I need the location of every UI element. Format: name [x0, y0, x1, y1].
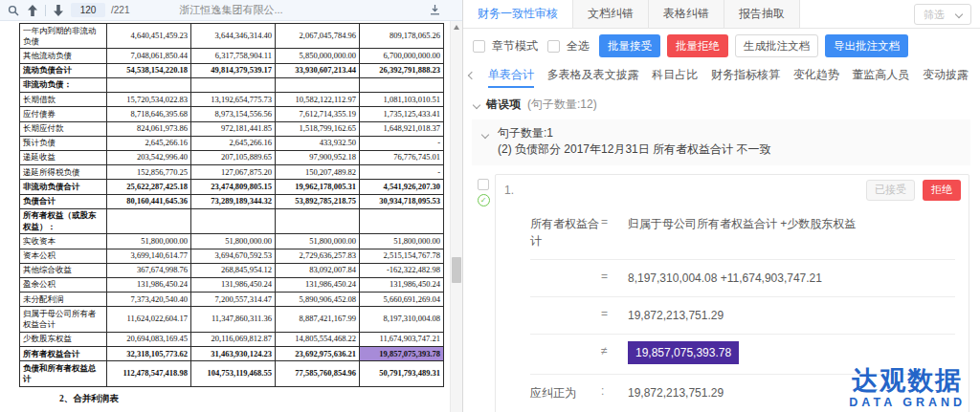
- subtab-5[interactable]: 董监高人员: [852, 62, 909, 88]
- value-cell: 1,081,103,010.51: [360, 93, 444, 107]
- value-cell: 51,800,000.00: [276, 234, 360, 249]
- error-group-expanded[interactable]: 句子数量:1 (2) 负债部分 2017年12月31日 所有者权益合计 不一致: [472, 119, 970, 165]
- document-page: 一年内到期的非流动负债4,640,451,459.233,644,346,314…: [0, 21, 462, 412]
- value-cell: 2,067,045,784.96: [276, 24, 360, 49]
- batch-accept-button[interactable]: 批量接受: [599, 34, 660, 57]
- row-label: 长期借款: [20, 93, 107, 107]
- row-label: 长期应付款: [20, 121, 107, 136]
- reject-button[interactable]: 拒绝: [923, 180, 961, 201]
- batch-reject-button[interactable]: 批量拒绝: [667, 34, 728, 57]
- subtabs-scroll-left-icon[interactable]: [468, 71, 476, 78]
- error-item-checkbox[interactable]: [478, 179, 489, 190]
- equation-operator: =: [601, 270, 628, 283]
- value-cell: 131,986,450.24: [276, 277, 360, 292]
- value-cell: [191, 77, 276, 92]
- value-cell: 4,541,926,207.30: [360, 180, 444, 194]
- highlighted-cell[interactable]: 19,857,075,393.78: [360, 347, 444, 361]
- error-item-side: ✓: [472, 174, 495, 412]
- row-label: 所有者权益（或股东权益）：: [20, 208, 107, 233]
- correction-row: 应纠正为 : 19,872,213,751.29: [530, 375, 955, 411]
- value-cell: 7,373,420,540.40: [107, 293, 191, 307]
- correction-value: 19,872,213,751.29: [628, 384, 955, 401]
- equation-value: 归属于母公司所有者权益合计 +少数股东权益: [628, 215, 955, 232]
- value-cell: 8,887,421,167.99: [276, 307, 360, 332]
- value-cell: 112,478,547,418.98: [107, 361, 191, 386]
- download-icon[interactable]: [428, 4, 441, 17]
- value-cell: 11,674,903,747.21: [360, 332, 444, 346]
- equation-row: =8,197,310,004.08 +11,674,903,747.21: [530, 260, 955, 297]
- error-section-header[interactable]: 错误项 (句子数量:12): [472, 93, 970, 118]
- value-cell: 51,800,000.00: [107, 234, 191, 249]
- value-cell: 3,694,670,592.53: [191, 249, 276, 263]
- scrollbar-thumb[interactable]: [452, 257, 461, 283]
- correction-label: 应纠正为: [530, 384, 601, 401]
- value-cell: 51,800,000.00: [191, 234, 276, 249]
- value-cell: 150,207,489.82: [276, 165, 360, 180]
- table-row: 负债合计80,160,441,645.3673,289,189,344.3253…: [20, 194, 444, 208]
- table-row: 应付债券8,718,646,395.688,973,154,556.567,61…: [20, 107, 444, 121]
- tab-finance-consistency[interactable]: 财务一致性审核: [463, 0, 573, 28]
- value-cell: 203,542,996.40: [107, 150, 191, 164]
- value-cell: 809,178,065.26: [360, 24, 444, 49]
- next-page-arrow-down-icon[interactable]: [52, 4, 65, 17]
- accepted-button[interactable]: 已接受: [866, 180, 915, 201]
- equation-operator: ≠: [601, 344, 628, 358]
- scrollbar-up-icon[interactable]: [451, 21, 462, 33]
- chapter-mode-checkbox[interactable]: [473, 40, 485, 53]
- row-label: 负债和所有者权益总计: [20, 361, 107, 386]
- select-all-checkbox[interactable]: [547, 40, 560, 53]
- value-cell: 131,986,450.24: [360, 277, 444, 292]
- tab-table-correction[interactable]: 表格纠错: [649, 0, 724, 28]
- subtab-6[interactable]: 变动披露: [923, 62, 969, 88]
- tab-report-extraction[interactable]: 报告抽取: [724, 0, 800, 28]
- subtab-3[interactable]: 财务指标核算: [711, 62, 780, 88]
- export-annotated-doc-button[interactable]: 导出批注文档: [825, 34, 908, 57]
- subtab-4[interactable]: 变化趋势: [793, 62, 839, 88]
- value-cell: 97,900,952.18: [276, 150, 360, 164]
- document-title: 浙江恒逸集团有限公...: [179, 3, 282, 17]
- value-cell: [276, 77, 360, 92]
- correction-colon: :: [601, 384, 628, 398]
- row-label: 应付债券: [20, 107, 107, 121]
- subtab-2[interactable]: 科目占比: [652, 62, 698, 88]
- row-label: 预计负债: [20, 136, 107, 150]
- row-label: 未分配利润: [20, 293, 107, 307]
- value-cell: 32,318,105,773.62: [107, 347, 191, 361]
- value-cell: 7,612,714,355.19: [276, 107, 360, 121]
- equation-value: 8,197,310,004.08 +11,674,903,747.21: [628, 270, 955, 287]
- value-cell: 5,660,691,269.04: [360, 293, 444, 307]
- row-label: 所有者权益合计: [20, 347, 107, 361]
- value-cell: -162,322,482.98: [360, 263, 444, 277]
- page-total-label: /221: [111, 5, 129, 15]
- table-row: 盈余公积131,986,450.24131,986,450.24131,986,…: [20, 277, 444, 292]
- subtab-0[interactable]: 单表合计: [488, 62, 534, 88]
- value-cell: 1,735,125,433.41: [360, 107, 444, 121]
- table-row: 所有者权益合计32,318,105,773.6231,463,930,124.2…: [20, 347, 444, 361]
- accepted-check-icon: ✓: [478, 194, 490, 206]
- value-cell: 54,538,154,220.18: [107, 63, 191, 77]
- equation-row: =19,872,213,751.29: [530, 297, 955, 335]
- value-cell: 4,640,451,459.23: [107, 24, 191, 49]
- value-cell: 83,092,007.84: [276, 263, 360, 277]
- page-number-input[interactable]: [71, 3, 105, 17]
- prev-page-arrow-up-icon[interactable]: [26, 4, 39, 17]
- value-cell: 33,930,607,213.44: [276, 63, 360, 77]
- value-cell: 104,753,119,468.55: [191, 361, 276, 386]
- equation-row: ≠19,857,075,393.78: [530, 335, 955, 375]
- value-cell: 23,692,975,636.21: [276, 347, 360, 361]
- value-cell: 13,192,654,775.73: [191, 93, 276, 107]
- value-cell: 433,932.50: [276, 136, 360, 150]
- value-cell: 8,718,646,395.68: [107, 107, 191, 121]
- row-label: 递延所得税负债: [20, 165, 107, 180]
- document-scrollbar[interactable]: [450, 21, 462, 412]
- value-cell: 972,181,441.85: [191, 121, 276, 136]
- sub-tabbar: 单表合计多表格及表文披露科目占比财务指标核算变化趋势董监高人员变动披露: [463, 62, 980, 88]
- zoom-search-icon[interactable]: [7, 4, 20, 17]
- value-cell: 51,800,000.00: [360, 234, 444, 249]
- generate-annotated-doc-button[interactable]: 生成批注文档: [735, 34, 818, 57]
- value-cell: 30,934,718,095.53: [360, 194, 444, 208]
- tab-doc-correction[interactable]: 文档纠错: [573, 0, 649, 28]
- subtab-1[interactable]: 多表格及表文披露: [547, 62, 639, 88]
- value-cell: -: [360, 165, 444, 180]
- filter-dropdown[interactable]: 筛选: [914, 4, 971, 25]
